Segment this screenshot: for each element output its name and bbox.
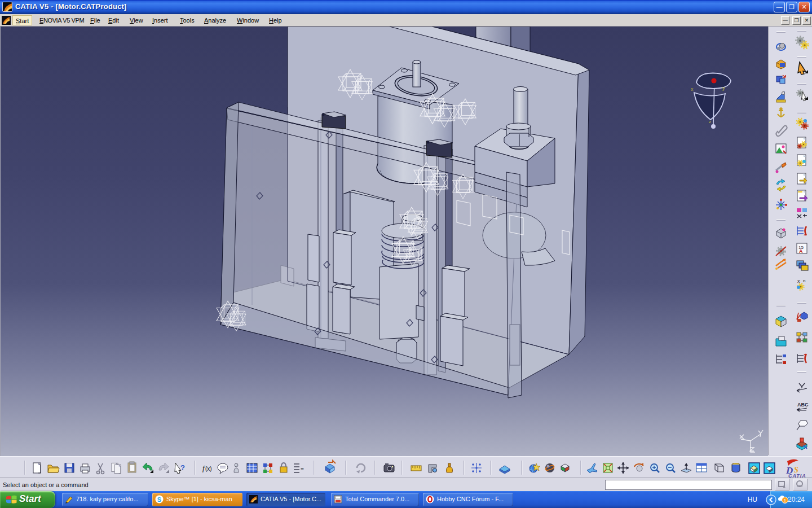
svg-text:S: S bbox=[157, 496, 161, 503]
svg-text:z: z bbox=[709, 119, 711, 124]
svg-text:=: = bbox=[301, 466, 304, 472]
svg-text:n: n bbox=[803, 278, 805, 283]
svg-text:?: ? bbox=[180, 463, 185, 472]
svg-text:x: x bbox=[797, 278, 800, 284]
svg-text:1: 1 bbox=[783, 498, 786, 503]
svg-text:y: y bbox=[722, 85, 725, 91]
svg-text:(x): (x) bbox=[205, 466, 212, 472]
svg-text:ABC: ABC bbox=[797, 402, 809, 408]
svg-text:A: A bbox=[799, 248, 803, 254]
svg-text:x: x bbox=[691, 86, 694, 92]
